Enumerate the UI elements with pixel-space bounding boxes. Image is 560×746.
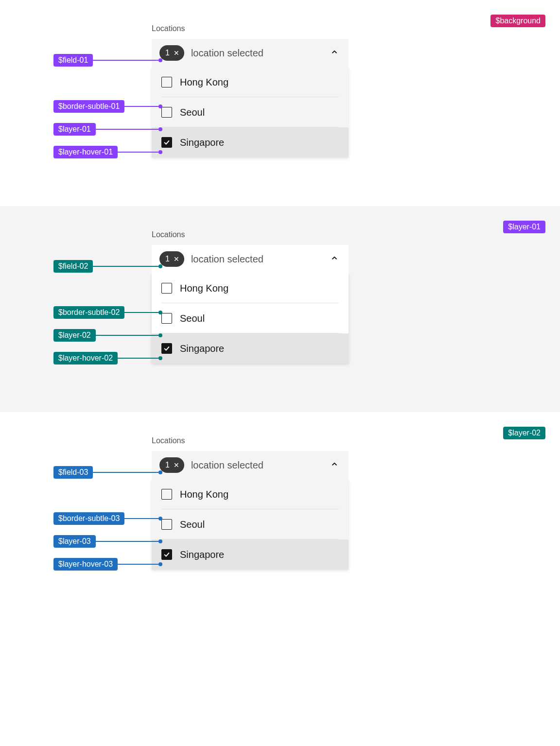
checkbox-unchecked-icon[interactable]: [161, 489, 172, 500]
token-callout-label: $field-02: [53, 260, 93, 273]
callout-endpoint-dot: [158, 150, 162, 154]
dropdown-option[interactable]: Singapore: [152, 127, 349, 157]
callout-line: [118, 152, 158, 153]
callout-endpoint-dot: [158, 127, 162, 131]
token-callout: $layer-03: [53, 535, 162, 548]
callout-line: [96, 541, 158, 542]
token-callout-label: $border-subtle-01: [53, 100, 124, 113]
checkbox-checked-icon[interactable]: [161, 137, 172, 148]
token-callout: $layer-hover-01: [53, 145, 162, 159]
multiselect-component: Locations1✕location selectedHong KongSeo…: [152, 230, 349, 364]
checkbox-unchecked-icon[interactable]: [161, 77, 172, 87]
option-label: Hong Kong: [180, 489, 228, 500]
multiselect-component: Locations1✕location selectedHong KongSeo…: [152, 436, 349, 570]
token-callout-label: $border-subtle-03: [53, 512, 124, 525]
example-section: $layer-01Locations1✕location selectedHon…: [0, 206, 560, 412]
callout-line: [124, 312, 158, 313]
callout-line: [124, 106, 158, 107]
checkbox-unchecked-icon[interactable]: [161, 519, 172, 530]
token-callout: $border-subtle-02: [53, 306, 162, 319]
dropdown-option[interactable]: Singapore: [152, 539, 349, 570]
checkbox-checked-icon[interactable]: [161, 343, 172, 354]
dropdown-option[interactable]: Hong Kong: [152, 479, 349, 509]
multiselect-field[interactable]: 1✕location selected: [152, 245, 349, 273]
callout-line: [124, 518, 158, 519]
callout-endpoint-dot: [158, 104, 162, 108]
callout-endpoint-dot: [158, 562, 162, 566]
token-callout: $layer-02: [53, 329, 162, 342]
dropdown-option[interactable]: Hong Kong: [152, 273, 349, 303]
field-placeholder-text: location selected: [191, 48, 263, 59]
token-callout: $field-03: [53, 466, 162, 479]
token-callout-label: $field-01: [53, 54, 93, 67]
multiselect-component: Locations1✕location selectedHong KongSeo…: [152, 24, 349, 157]
callout-endpoint-dot: [158, 470, 162, 474]
token-callout-label: $layer-hover-01: [53, 146, 118, 158]
dropdown-option[interactable]: Seoul: [152, 509, 349, 539]
dropdown-option[interactable]: Seoul: [152, 303, 349, 333]
option-label: Seoul: [180, 107, 205, 118]
callout-line: [93, 266, 158, 267]
dropdown-menu: Hong KongSeoulSingapore: [152, 273, 349, 364]
callout-endpoint-dot: [158, 356, 162, 360]
callout-line: [93, 60, 158, 61]
dropdown-option[interactable]: Hong Kong: [152, 67, 349, 97]
chevron-up-icon[interactable]: [330, 460, 339, 470]
token-callout-label: $border-subtle-02: [53, 306, 124, 319]
clear-selection-icon[interactable]: ✕: [174, 50, 179, 56]
token-callout-label: $layer-hover-03: [53, 558, 118, 571]
dropdown-menu: Hong KongSeoulSingapore: [152, 479, 349, 570]
chevron-up-icon[interactable]: [330, 254, 339, 264]
field-label: Locations: [152, 24, 349, 33]
checkbox-checked-icon[interactable]: [161, 549, 172, 560]
option-label: Hong Kong: [180, 77, 228, 88]
multiselect-field[interactable]: 1✕location selected: [152, 39, 349, 67]
token-callout-label: $layer-hover-02: [53, 352, 118, 364]
token-callout: $field-01: [53, 53, 162, 67]
token-callout-label: $layer-03: [53, 535, 96, 548]
checkbox-unchecked-icon[interactable]: [161, 283, 172, 294]
selection-count-tag[interactable]: 1✕: [159, 45, 184, 61]
selection-count: 1: [165, 49, 170, 57]
selection-count-tag[interactable]: 1✕: [159, 251, 184, 267]
background-token-tag: $layer-01: [503, 221, 545, 233]
dropdown-option[interactable]: Seoul: [152, 97, 349, 127]
token-callout: $border-subtle-03: [53, 512, 162, 525]
field-label: Locations: [152, 436, 349, 445]
token-callout-label: $field-03: [53, 466, 93, 479]
clear-selection-icon[interactable]: ✕: [174, 462, 179, 468]
selection-count: 1: [165, 255, 170, 263]
callout-line: [93, 472, 158, 473]
token-callout: $field-02: [53, 260, 162, 273]
callout-line: [96, 129, 158, 130]
option-label: Seoul: [180, 313, 205, 324]
example-section: $layer-02Locations1✕location selectedHon…: [0, 412, 560, 645]
callout-endpoint-dot: [158, 333, 162, 337]
callout-line: [118, 564, 158, 565]
background-token-tag: $background: [490, 15, 545, 27]
selection-count: 1: [165, 461, 170, 469]
dropdown-option[interactable]: Singapore: [152, 333, 349, 364]
option-label: Singapore: [180, 137, 224, 148]
checkbox-unchecked-icon[interactable]: [161, 313, 172, 324]
option-label: Singapore: [180, 343, 224, 354]
callout-endpoint-dot: [158, 539, 162, 543]
multiselect-field[interactable]: 1✕location selected: [152, 451, 349, 479]
checkbox-unchecked-icon[interactable]: [161, 107, 172, 118]
option-label: Hong Kong: [180, 283, 228, 294]
callout-line: [96, 335, 158, 336]
callout-endpoint-dot: [158, 58, 162, 62]
token-callout: $layer-01: [53, 122, 162, 136]
clear-selection-icon[interactable]: ✕: [174, 256, 179, 262]
callout-line: [118, 358, 158, 359]
token-callout: $layer-hover-02: [53, 351, 162, 365]
token-callout: $border-subtle-01: [53, 100, 162, 113]
example-section: $backgroundLocations1✕location selectedH…: [0, 0, 560, 206]
callout-endpoint-dot: [158, 311, 162, 314]
dropdown-menu: Hong KongSeoulSingapore: [152, 67, 349, 157]
callout-endpoint-dot: [158, 264, 162, 268]
callout-endpoint-dot: [158, 517, 162, 520]
chevron-up-icon[interactable]: [330, 48, 339, 58]
option-label: Seoul: [180, 519, 205, 530]
selection-count-tag[interactable]: 1✕: [159, 457, 184, 473]
